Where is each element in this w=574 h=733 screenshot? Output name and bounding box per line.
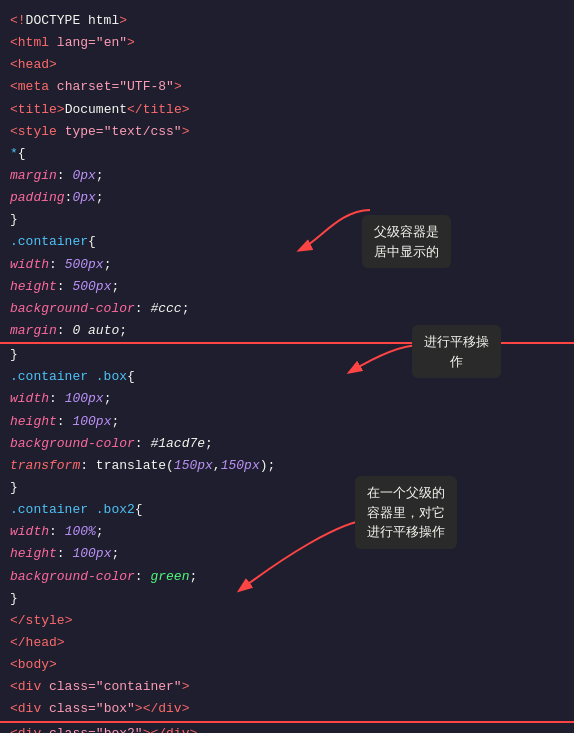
code-line-1: <!DOCTYPE html> <box>0 10 574 32</box>
code-line-30: <body> <box>0 654 574 676</box>
code-line-13: height: 500px; <box>0 276 574 298</box>
code-line-19: height: 100px; <box>0 411 574 433</box>
code-line-27: } <box>0 588 574 610</box>
code-line-4: <meta charset="UTF-8"> <box>0 76 574 98</box>
code-line-12: width: 500px; <box>0 254 574 276</box>
code-line-22: } <box>0 477 574 499</box>
annotation-3: 在一个父级的容器里，对它进行平移操作 <box>355 476 457 549</box>
code-line-28: </style> <box>0 610 574 632</box>
code-line-18: width: 100px; <box>0 388 574 410</box>
code-line-14: background-color: #ccc; <box>0 298 574 320</box>
code-line-29: </head> <box>0 632 574 654</box>
code-line-24: width: 100%; <box>0 521 574 543</box>
code-line-10: } <box>0 209 574 231</box>
code-line-9: padding:0px; <box>0 187 574 209</box>
code-line-2: <html lang="en"> <box>0 32 574 54</box>
code-line-8: margin: 0px; <box>0 165 574 187</box>
code-line-21: transform: translate(150px,150px); <box>0 455 574 477</box>
code-line-23: .container .box2{ <box>0 499 574 521</box>
code-line-3: <head> <box>0 54 574 76</box>
code-line-20: background-color: #1acd7e; <box>0 433 574 455</box>
annotation-1: 父级容器是居中显示的 <box>362 215 451 268</box>
code-editor: <!DOCTYPE html><html lang="en"><head><me… <box>0 0 574 733</box>
code-line-25: height: 100px; <box>0 543 574 565</box>
annotation-2: 进行平移操作 <box>412 325 501 378</box>
code-line-6: <style type="text/css"> <box>0 121 574 143</box>
code-line-32: <div class="box"></div> <box>0 698 574 722</box>
code-line-5: <title>Document</title> <box>0 99 574 121</box>
code-line-11: .container{ <box>0 231 574 253</box>
code-line-26: background-color: green; <box>0 566 574 588</box>
code-line-31: <div class="container"> <box>0 676 574 698</box>
code-line-33: <div class="box2"></div> <box>0 723 574 734</box>
code-line-7: *{ <box>0 143 574 165</box>
